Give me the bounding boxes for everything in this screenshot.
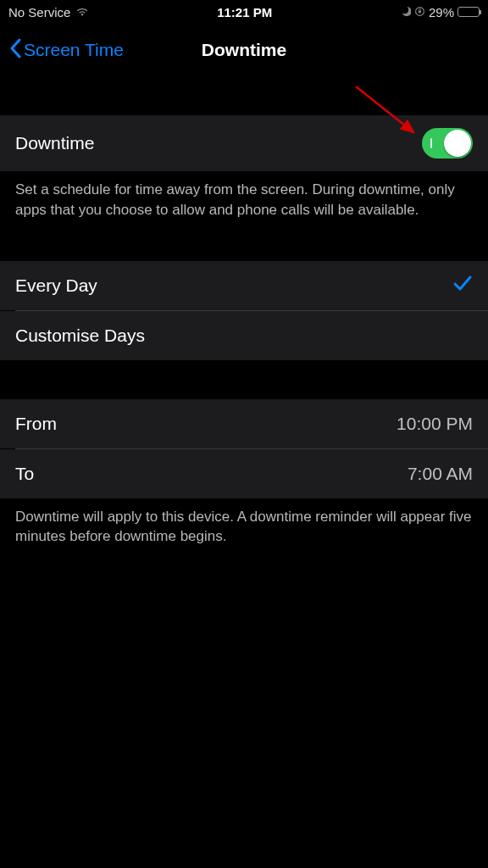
back-label: Screen Time xyxy=(24,40,124,60)
downtime-toggle-row[interactable]: Downtime xyxy=(0,115,488,171)
to-time-row[interactable]: To 7:00 AM xyxy=(0,449,488,498)
downtime-toggle[interactable] xyxy=(422,128,473,159)
to-label: To xyxy=(15,464,34,484)
carrier-label: No Service xyxy=(8,5,70,19)
battery-percent: 29% xyxy=(429,5,454,19)
downtime-footer: Downtime will apply to this device. A do… xyxy=(0,498,488,559)
toggle-knob xyxy=(444,130,471,157)
status-bar: No Service 11:21 PM 29% xyxy=(0,0,488,24)
from-value: 10:00 PM xyxy=(396,414,473,434)
status-right: 29% xyxy=(400,5,480,19)
from-label: From xyxy=(15,414,57,434)
downtime-description: Set a schedule for time away from the sc… xyxy=(0,171,488,232)
downtime-toggle-label: Downtime xyxy=(15,133,94,153)
spacer xyxy=(0,232,488,261)
status-left: No Service xyxy=(8,5,89,19)
to-value: 7:00 AM xyxy=(408,464,473,484)
from-time-row[interactable]: From 10:00 PM xyxy=(0,399,488,448)
toggle-on-indicator xyxy=(430,138,432,148)
moon-icon xyxy=(400,5,411,19)
orientation-lock-icon xyxy=(414,5,425,19)
spacer xyxy=(0,76,488,115)
every-day-label: Every Day xyxy=(15,275,97,296)
wifi-icon xyxy=(75,7,89,17)
svg-rect-1 xyxy=(419,10,421,13)
battery-icon xyxy=(458,7,480,17)
chevron-left-icon xyxy=(8,37,22,63)
checkmark-icon xyxy=(452,275,473,296)
every-day-row[interactable]: Every Day xyxy=(0,261,488,310)
back-button[interactable]: Screen Time xyxy=(8,37,124,63)
customise-days-label: Customise Days xyxy=(15,326,145,346)
customise-days-row[interactable]: Customise Days xyxy=(0,311,488,360)
nav-bar: Screen Time Downtime xyxy=(0,24,488,76)
status-time: 11:21 PM xyxy=(217,5,272,19)
spacer xyxy=(0,360,488,399)
